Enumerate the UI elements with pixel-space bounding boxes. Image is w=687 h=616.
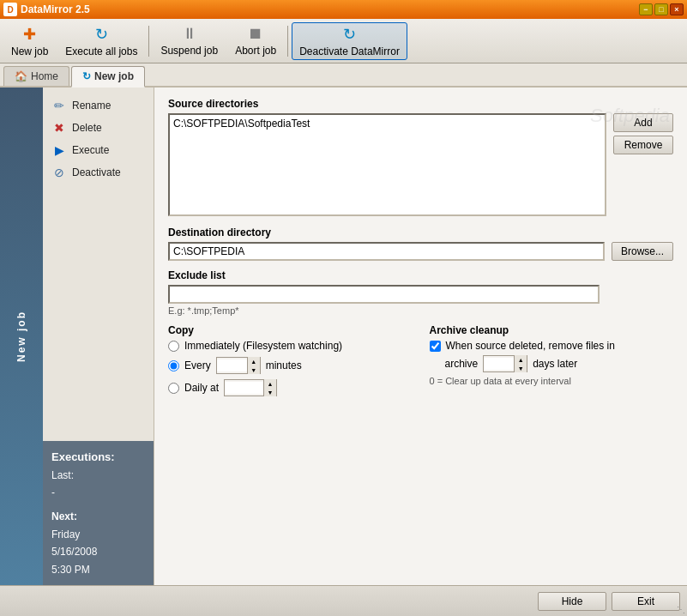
daily-up-btn[interactable]: ▲ [264, 379, 276, 388]
radio-daily[interactable] [168, 383, 179, 394]
archive-days-up-btn[interactable]: ▲ [515, 355, 527, 364]
radio-every-label: Every [184, 359, 211, 371]
sidebar-wrapper: ✏ Rename ✖ Delete ▶ Execute ⊘ Deactivate… [43, 88, 154, 585]
source-label: Source directories [168, 98, 673, 110]
every-spinner-btns: ▲ ▼ [247, 357, 260, 374]
tab-home[interactable]: 🏠 Home [3, 66, 69, 86]
sidebar-item-rename[interactable]: ✏ Rename [43, 94, 154, 117]
last-label: Last: [51, 467, 145, 484]
archive-days-down-btn[interactable]: ▼ [515, 364, 527, 372]
new-job-tab-icon: ↻ [82, 70, 91, 82]
destination-field-row: Browse... [168, 242, 673, 261]
next-value: Friday5/16/20085:30 PM [51, 526, 145, 578]
copy-archive-row: Copy Immediately (Filesystem watching) E… [168, 324, 673, 396]
radio-daily-row: Daily at 16:59 ▲ ▼ [168, 379, 413, 396]
content-area: Softpedia Source directories C:\SOFTPEDI… [154, 88, 687, 585]
toolbar: ✚ New job ↻ Execute all jobs ⏸ Suspend j… [0, 19, 687, 63]
sidebar-menu: ✏ Rename ✖ Delete ▶ Execute ⊘ Deactivate [43, 88, 154, 441]
daily-down-btn[interactable]: ▼ [264, 388, 276, 396]
archive-days-btns: ▲ ▼ [514, 355, 527, 372]
destination-section: Destination directory Browse... [168, 226, 673, 261]
every-spinner[interactable]: 30 ▲ ▼ [216, 357, 261, 374]
execute-all-icon: ↻ [92, 25, 111, 44]
maximize-button[interactable]: □ [654, 3, 668, 15]
copy-options: Immediately (Filesystem watching) Every … [168, 340, 413, 396]
close-button[interactable]: × [670, 3, 684, 15]
deactivate-icon: ↻ [340, 25, 359, 44]
suspend-icon: ⏸ [180, 25, 199, 43]
suspend-job-button[interactable]: ⏸ Suspend job [153, 22, 226, 60]
home-icon: 🏠 [15, 70, 27, 82]
radio-every-row: Every 30 ▲ ▼ minutes [168, 357, 413, 374]
exclude-input[interactable] [168, 285, 600, 304]
every-value[interactable]: 30 [217, 359, 247, 371]
delete-icon: ✖ [51, 121, 67, 135]
destination-label: Destination directory [168, 226, 673, 239]
every-up-btn[interactable]: ▲ [248, 357, 260, 365]
last-value: - [51, 484, 145, 501]
execute-icon: ▶ [51, 143, 67, 157]
executions-label: Executions: [51, 448, 145, 467]
every-unit: minutes [266, 359, 302, 371]
source-directories-section: Source directories C:\SOFTPEDIA\Softpedi… [168, 98, 673, 216]
add-button[interactable]: Add [613, 113, 673, 132]
window-controls: − □ × [639, 3, 684, 15]
archive-days-spinner[interactable]: 0 ▲ ▼ [483, 355, 527, 372]
radio-immediately[interactable] [168, 341, 179, 352]
next-label: Next: [51, 508, 145, 525]
new-job-button[interactable]: ✚ New job [3, 22, 56, 60]
archive-detail-2: archive 0 ▲ ▼ days later [445, 355, 674, 372]
radio-immediately-row: Immediately (Filesystem watching) [168, 340, 413, 352]
minimize-button[interactable]: − [639, 3, 653, 15]
sidebar-label: New job [0, 88, 43, 585]
app-icon: D [3, 3, 17, 16]
source-dir-item: C:\SOFTPEDIA\SoftpediaTest [172, 117, 603, 130]
sidebar-item-deactivate[interactable]: ⊘ Deactivate [43, 161, 154, 184]
abort-icon: ⏹ [246, 25, 265, 43]
new-job-icon: ✚ [21, 25, 39, 44]
deactivate-datamirror-button[interactable]: ↻ Deactivate DataMirror [292, 22, 407, 60]
exit-button[interactable]: Exit [612, 592, 680, 611]
archive-detail: When source deleted, remove files in [430, 340, 674, 352]
deactivate-sidebar-icon: ⊘ [51, 166, 67, 179]
sidebar: New job ✏ Rename ✖ Delete ▶ Execute ⊘ De [0, 88, 154, 585]
source-dir-buttons: Add Remove [613, 113, 673, 216]
main-container: New job ✏ Rename ✖ Delete ▶ Execute ⊘ De [0, 88, 687, 585]
status-bar: Hide Exit ⋱ [0, 585, 687, 616]
radio-daily-label: Daily at [184, 382, 219, 394]
browse-button[interactable]: Browse... [612, 242, 673, 261]
resize-handle[interactable]: ⋱ [677, 605, 685, 614]
sidebar-item-delete[interactable]: ✖ Delete [43, 117, 154, 139]
daily-spinner-btns: ▲ ▼ [263, 379, 276, 396]
archive-days-unit: days later [533, 358, 577, 370]
remove-button[interactable]: Remove [613, 136, 673, 154]
archive-checkbox-label: When source deleted, remove files in [446, 340, 615, 352]
every-down-btn[interactable]: ▼ [248, 365, 260, 374]
title-bar: D DataMirror 2.5 − □ × [0, 0, 687, 19]
daily-value[interactable]: 16:59 [225, 382, 263, 394]
rename-icon: ✏ [51, 99, 67, 112]
daily-spinner[interactable]: 16:59 ▲ ▼ [224, 379, 277, 396]
sidebar-bottom: Executions: Last: - Next: Friday5/16/200… [43, 441, 154, 585]
archive-checkbox[interactable] [430, 341, 441, 352]
destination-input[interactable] [168, 242, 605, 261]
app-title: DataMirror 2.5 [21, 3, 639, 15]
exclude-hint: E.g: *.tmp;Temp* [168, 305, 673, 316]
radio-every[interactable] [168, 360, 179, 371]
abort-job-button[interactable]: ⏹ Abort job [227, 22, 284, 60]
tabs-bar: 🏠 Home ↻ New job [0, 63, 687, 88]
exclude-section: Exclude list E.g: *.tmp;Temp* [168, 269, 673, 316]
hide-button[interactable]: Hide [538, 592, 606, 611]
source-dir-container: C:\SOFTPEDIA\SoftpediaTest Add Remove [168, 113, 673, 216]
archive-label: Archive cleanup [430, 324, 674, 336]
source-dir-list[interactable]: C:\SOFTPEDIA\SoftpediaTest [168, 113, 606, 216]
toolbar-separator-2 [287, 26, 288, 57]
archive-days-value[interactable]: 0 [484, 358, 514, 370]
radio-immediately-label: Immediately (Filesystem watching) [184, 340, 342, 352]
copy-section: Copy Immediately (Filesystem watching) E… [168, 324, 413, 396]
exclude-label: Exclude list [168, 269, 673, 281]
execute-all-button[interactable]: ↻ Execute all jobs [57, 22, 145, 60]
archive-section: Archive cleanup When source deleted, rem… [430, 324, 674, 396]
tab-new-job[interactable]: ↻ New job [71, 66, 145, 88]
sidebar-item-execute[interactable]: ▶ Execute [43, 139, 154, 161]
